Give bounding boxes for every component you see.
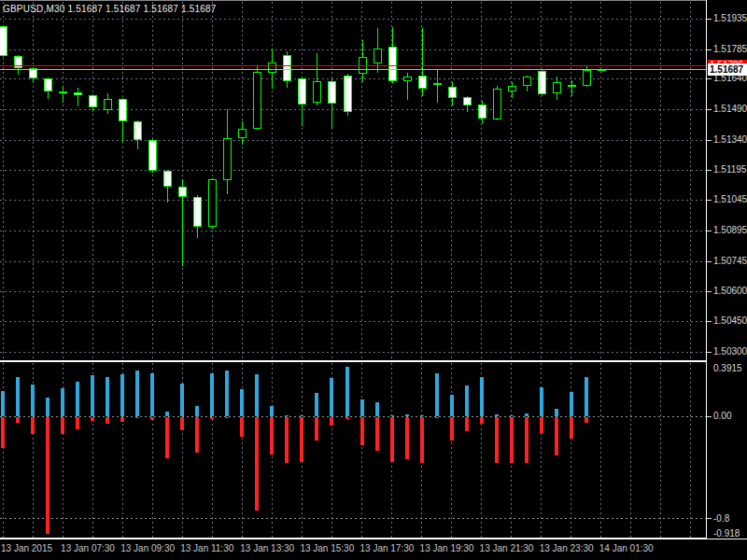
histogram-bull-bar	[480, 377, 484, 416]
price-tick	[707, 231, 712, 231]
histogram-bull-bar	[120, 374, 124, 416]
time-label: 14 Jan 01:30	[599, 543, 654, 553]
candle-wick	[78, 88, 78, 106]
horizontal-gridline	[0, 352, 706, 353]
price-tick	[707, 321, 712, 322]
candle-body-bear	[478, 105, 486, 119]
vertical-gridline	[690, 2, 691, 359]
vertical-gridline	[481, 2, 482, 359]
time-label: 13 Jan 21:30	[480, 543, 534, 553]
vertical-gridline	[331, 2, 332, 359]
histogram-bull-bar	[46, 398, 49, 416]
bid-line	[0, 69, 706, 70]
candle-body-bull	[313, 81, 321, 103]
histogram-bear-bar	[16, 417, 20, 423]
time-axis[interactable]: 13 Jan 201513 Jan 07:3013 Jan 09:3013 Ja…	[0, 539, 747, 560]
histogram-bear-bar	[555, 417, 558, 455]
histogram-bear-bar	[150, 417, 154, 420]
histogram-bull-bar	[135, 371, 139, 416]
histogram-bear-bar	[61, 417, 64, 434]
vertical-gridline	[122, 2, 123, 359]
vertical-gridline	[3, 363, 4, 538]
candle-wick	[571, 80, 572, 96]
candle-body-bear	[148, 140, 157, 171]
histogram-bull-bar	[510, 415, 514, 416]
histogram-bull-bar	[225, 371, 229, 416]
price-label: 1.51490	[713, 104, 747, 114]
histogram-bull-bar	[1, 391, 5, 416]
price-label: 1.51935	[713, 13, 747, 23]
candle-body-bear	[0, 26, 7, 56]
histogram-bull-bar	[195, 406, 199, 416]
histogram-bull-bar	[180, 384, 184, 417]
price-label: 1.50745	[713, 256, 747, 266]
candle-body-bear	[119, 99, 127, 121]
time-label: 13 Jan 2015	[1, 543, 52, 553]
vertical-gridline	[92, 2, 93, 359]
vertical-gridline	[152, 2, 153, 359]
histogram-bull-bar	[285, 415, 289, 416]
histogram-bull-bar	[106, 377, 109, 416]
candle-body-bear	[44, 78, 52, 91]
histogram-bull-bar	[525, 413, 529, 416]
candle-body-bear	[134, 121, 142, 140]
histogram-bear-bar	[285, 417, 289, 463]
histogram-bear-bar	[480, 417, 484, 424]
indicator-min-label: -0.918	[713, 528, 740, 539]
candle-body-bear	[74, 92, 82, 95]
ask-line	[0, 65, 706, 66]
candle-body-bear	[59, 91, 67, 93]
vertical-gridline	[242, 2, 243, 359]
candle-body-bear	[328, 81, 336, 104]
price-label: 1.50895	[713, 225, 747, 235]
vertical-gridline	[600, 2, 601, 359]
time-label: 13 Jan 09:30	[120, 543, 175, 553]
vertical-gridline	[451, 363, 452, 538]
histogram-bull-bar	[555, 409, 558, 416]
bid-price-badge: 1.51687	[708, 63, 747, 76]
mt4-chart-window: GBPUSD,M30 1.51687 1.51687 1.51687 1.516…	[0, 0, 747, 560]
candle-body-bull	[508, 86, 516, 91]
candle-body-bull	[208, 179, 217, 227]
candle-body-bear	[298, 78, 306, 105]
indicator-zero-tick	[707, 416, 712, 417]
histogram-bull-bar	[91, 375, 94, 416]
histogram-bull-bar	[210, 373, 214, 416]
histogram-bear-bar	[570, 417, 573, 439]
horizontal-gridline	[0, 49, 706, 50]
histogram-bear-bar	[1, 417, 5, 448]
vertical-gridline	[511, 2, 512, 359]
price-tick	[707, 49, 712, 50]
main-chart-panel[interactable]	[0, 1, 706, 360]
histogram-bear-bar	[360, 417, 364, 445]
price-tick	[707, 291, 712, 292]
price-label: 1.50300	[713, 346, 747, 357]
vertical-gridline	[630, 363, 631, 538]
histogram-bear-bar	[270, 417, 274, 455]
candle-body-bear	[193, 197, 202, 228]
time-label: 13 Jan 23:30	[540, 543, 594, 553]
histogram-bull-bar	[61, 388, 64, 416]
vertical-gridline	[660, 2, 661, 359]
vertical-gridline	[541, 2, 542, 359]
vertical-gridline	[451, 2, 452, 359]
histogram-bull-bar	[31, 385, 35, 416]
candle-body-bull	[104, 99, 112, 110]
price-label: 1.50600	[713, 286, 747, 296]
candle-body-bear	[448, 87, 457, 98]
indicator-max-label: 0.3915	[713, 363, 742, 373]
histogram-bull-bar	[360, 399, 364, 416]
horizontal-gridline	[0, 291, 706, 292]
panel-splitter[interactable]	[0, 360, 747, 362]
histogram-bull-bar	[435, 373, 439, 416]
price-label: 1.51340	[713, 134, 747, 145]
histogram-bear-bar	[450, 417, 454, 441]
histogram-bear-bar	[225, 417, 229, 418]
histogram-bull-bar	[405, 414, 409, 416]
indicator-level-label: -0.8	[713, 513, 729, 524]
price-axis[interactable]: 1.51706 1.51687 0.3915 0.00 -0.8 -0.918 …	[706, 0, 747, 539]
indicator-panel[interactable]	[0, 363, 706, 538]
histogram-bear-bar	[525, 417, 529, 463]
histogram-bull-bar	[465, 385, 469, 416]
histogram-bear-bar	[120, 417, 124, 422]
